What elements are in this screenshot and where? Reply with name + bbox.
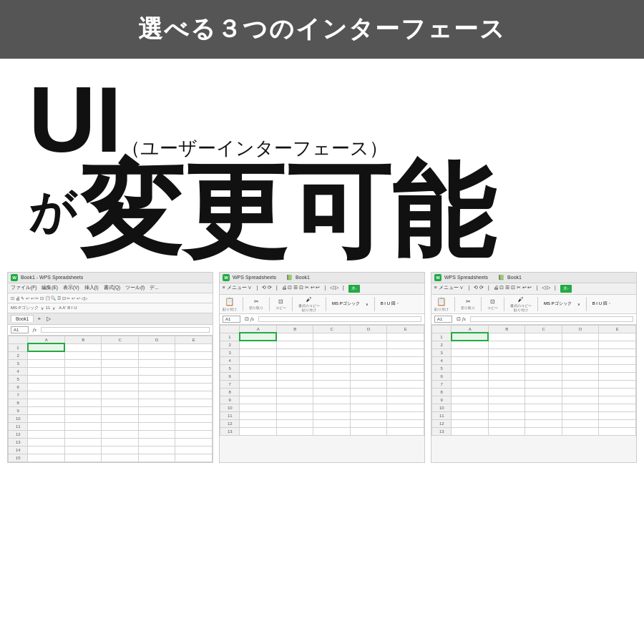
cell-15-0[interactable] — [28, 454, 65, 462]
cell-6-0[interactable] — [28, 383, 65, 391]
cell-12-4[interactable] — [599, 419, 636, 427]
cell-7-1[interactable] — [64, 391, 102, 399]
cell-4-3[interactable] — [350, 356, 387, 364]
cell-1-2[interactable] — [102, 343, 139, 351]
cell-14-1[interactable] — [64, 446, 102, 454]
cell-6-2[interactable] — [525, 372, 562, 380]
cell-11-0[interactable] — [452, 411, 489, 419]
cell-15-4[interactable] — [175, 454, 213, 462]
cell-11-4[interactable] — [175, 422, 213, 430]
cell-1-4[interactable] — [599, 333, 636, 341]
cell-13-4[interactable] — [175, 438, 213, 446]
cell-6-4[interactable] — [599, 372, 636, 380]
cell-7-4[interactable] — [387, 380, 424, 388]
cell-1-2[interactable] — [525, 333, 562, 341]
cell-9-1[interactable] — [276, 396, 313, 404]
cell-7-3[interactable] — [138, 391, 175, 399]
cell-7-1[interactable] — [488, 380, 525, 388]
cell-4-2[interactable] — [525, 356, 562, 364]
cell-11-0[interactable] — [28, 422, 65, 430]
cell-10-0[interactable] — [240, 404, 277, 411]
cell-10-2[interactable] — [525, 404, 562, 411]
cell-5-1[interactable] — [64, 375, 102, 383]
cell-11-1[interactable] — [276, 411, 313, 419]
cell-9-1[interactable] — [64, 406, 102, 414]
cell-10-2[interactable] — [313, 404, 351, 411]
cell-7-3[interactable] — [562, 380, 599, 388]
cell-7-3[interactable] — [350, 380, 387, 388]
cell-14-4[interactable] — [175, 446, 213, 454]
cell-12-2[interactable] — [525, 419, 562, 427]
cell-15-3[interactable] — [138, 454, 175, 462]
cell-1-3[interactable] — [562, 333, 599, 341]
cell-6-0[interactable] — [240, 372, 277, 380]
cell-4-1[interactable] — [488, 356, 525, 364]
cell-1-0[interactable] — [240, 333, 277, 341]
cell-13-2[interactable] — [525, 427, 562, 435]
cell-4-4[interactable] — [387, 356, 424, 364]
nav-tab-btn[interactable]: ▷ — [44, 315, 53, 323]
cell-6-3[interactable] — [138, 383, 175, 391]
cell-8-1[interactable] — [488, 388, 525, 396]
cell-2-0[interactable] — [452, 341, 489, 348]
cell-2-1[interactable] — [488, 341, 525, 348]
cell-4-1[interactable] — [276, 356, 313, 364]
cell-8-1[interactable] — [64, 399, 102, 406]
cell-12-1[interactable] — [276, 419, 313, 427]
cell-7-4[interactable] — [175, 391, 213, 399]
cell-13-2[interactable] — [313, 427, 351, 435]
m2-green-btn[interactable]: 木- — [560, 285, 572, 293]
cell-3-3[interactable] — [562, 348, 599, 356]
modern2-namebox[interactable]: A1 — [434, 316, 452, 323]
cell-5-0[interactable] — [452, 364, 489, 372]
cell-9-4[interactable] — [599, 396, 636, 404]
cell-12-4[interactable] — [175, 430, 213, 438]
cell-10-4[interactable] — [387, 404, 424, 411]
cell-4-1[interactable] — [64, 367, 102, 375]
cell-6-4[interactable] — [387, 372, 424, 380]
cell-9-1[interactable] — [488, 396, 525, 404]
cell-11-1[interactable] — [64, 422, 102, 430]
cell-8-0[interactable] — [452, 388, 489, 396]
cell-9-4[interactable] — [175, 406, 213, 414]
cell-6-1[interactable] — [488, 372, 525, 380]
classic-tabbar[interactable]: Book1 + ▷ — [8, 313, 213, 325]
cell-2-3[interactable] — [562, 341, 599, 348]
cell-5-2[interactable] — [102, 375, 139, 383]
cell-4-4[interactable] — [599, 356, 636, 364]
cell-7-2[interactable] — [102, 391, 139, 399]
cell-15-1[interactable] — [64, 454, 102, 462]
cell-8-4[interactable] — [599, 388, 636, 396]
cell-11-2[interactable] — [102, 422, 139, 430]
cell-8-2[interactable] — [102, 399, 139, 406]
cell-8-0[interactable] — [28, 399, 65, 406]
classic-namebox[interactable]: A1 — [11, 326, 29, 333]
cell-4-0[interactable] — [452, 356, 489, 364]
cell-12-2[interactable] — [102, 430, 139, 438]
cell-1-4[interactable] — [175, 343, 213, 351]
cell-13-3[interactable] — [562, 427, 599, 435]
cell-1-3[interactable] — [138, 343, 175, 351]
cell-12-0[interactable] — [28, 430, 65, 438]
cell-2-0[interactable] — [240, 341, 277, 348]
cell-12-0[interactable] — [240, 419, 277, 427]
m1-green-btn[interactable]: 木- — [348, 285, 360, 293]
cell-6-2[interactable] — [313, 372, 351, 380]
cell-12-3[interactable] — [562, 419, 599, 427]
cell-4-2[interactable] — [102, 367, 139, 375]
cell-5-2[interactable] — [525, 364, 562, 372]
cell-3-3[interactable] — [350, 348, 387, 356]
cell-1-3[interactable] — [350, 333, 387, 341]
cell-8-4[interactable] — [175, 399, 213, 406]
modern1-formula[interactable] — [258, 316, 421, 322]
cell-4-3[interactable] — [562, 356, 599, 364]
cell-13-4[interactable] — [599, 427, 636, 435]
cell-1-0[interactable] — [452, 333, 489, 341]
cell-4-3[interactable] — [138, 367, 175, 375]
cell-9-0[interactable] — [452, 396, 489, 404]
cell-10-3[interactable] — [562, 404, 599, 411]
cell-7-1[interactable] — [276, 380, 313, 388]
cell-5-3[interactable] — [562, 364, 599, 372]
cell-7-2[interactable] — [525, 380, 562, 388]
cell-10-3[interactable] — [138, 414, 175, 422]
